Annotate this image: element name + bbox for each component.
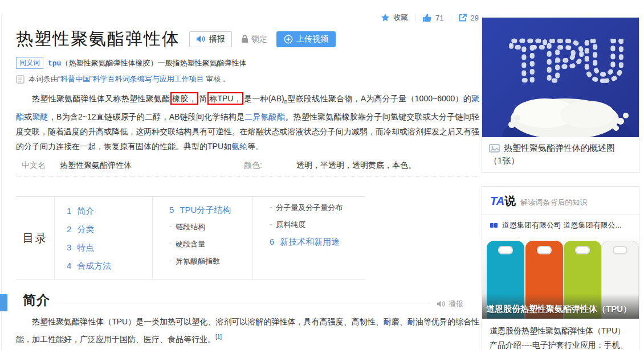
svg-text:TPU: TPU [511, 28, 625, 92]
synonym-tag: 同义词 [16, 57, 43, 69]
toc-sub-item[interactable]: -硬段含量 [169, 239, 252, 249]
like-button[interactable]: 71 [422, 13, 443, 22]
toc-column-3: -分子量及分子量分布-原料纯度 6 新技术和新用途 [252, 197, 365, 279]
upload-video-label: 上传视频 [296, 34, 328, 44]
lock-status: 锁定 [241, 34, 267, 44]
red-annotation-box: 橡胶， [170, 92, 198, 105]
lock-icon [241, 35, 248, 43]
inline-link[interactable]: 氨纶 [231, 142, 247, 151]
toc-sub-item[interactable]: -异氰酸酯指数 [169, 256, 252, 266]
body-text: 或 [24, 112, 32, 121]
body-text: 简 [199, 94, 207, 103]
section-play-button[interactable]: 播报 [437, 299, 463, 309]
tashuo-header: TA说 解读词条背后的知识 [482, 187, 639, 215]
body-text: 型嵌段线性聚合物，A为高分子量（1000~6000）的 [287, 94, 471, 103]
tashuo-article-desc[interactable]: 道恩股份热塑性聚氨酯弹性体（TPU）产品介绍----电子护套行业应用：手机、Pa… [482, 319, 639, 350]
like-count: 71 [435, 14, 443, 22]
document-icon [16, 75, 25, 84]
tashuo-card: TA说 解读词条背后的知识 道恩集团有限公司 道恩集团有限公... 道恩股份热塑… [482, 186, 639, 350]
toc-sub-item[interactable]: -原料纯度 [270, 220, 365, 230]
tashuo-subtitle: 解读词条背后的知识 [520, 197, 587, 208]
intro-paragraph: 热塑性聚氨酯弹性体又称热塑性聚氨酯橡胶，简称TPU，是一种(AB)n型嵌段线性聚… [16, 91, 479, 154]
star-icon [381, 13, 390, 22]
synonym-desc: （热塑性聚氨酯弹性体橡胶）一般指热塑性聚氨酯弹性体 [61, 59, 246, 67]
share-icon [458, 13, 467, 22]
toc-title: 目录 [16, 197, 55, 279]
body-text: 热塑性聚氨酯弹性体又称热塑性聚氨酯 [32, 94, 170, 103]
infobox-name-value: 热塑性聚氨酯弹性体 [60, 160, 132, 171]
article-actions-bar: 收藏 71 29 [16, 13, 479, 23]
review-suffix: 审核 。 [204, 75, 230, 83]
section-divider [59, 303, 430, 303]
toc-item-1[interactable]: 1简介 [67, 206, 153, 217]
toc-item-3[interactable]: 3特点 [67, 242, 153, 253]
tashuo-logo: TA说 [490, 193, 516, 209]
speaker-icon [437, 300, 446, 308]
baike-article-page: 收藏 71 29 热塑性聚氨酯弹性体 播报 锁定 上传视频 同义词 [0, 0, 644, 350]
toc-item-new-tech[interactable]: 6 新技术和新用途 [270, 237, 365, 248]
red-annotation-box: 称TPU， [207, 92, 243, 105]
picture-icon [489, 144, 500, 153]
inline-link[interactable]: 二异氰酸酯 [244, 112, 285, 121]
toc-item-tpu-structure[interactable]: 5 TPU分子结构 [169, 205, 252, 216]
thumbs-up-icon [422, 13, 432, 22]
infobox-name-label: 中文名 [22, 160, 46, 171]
reference-link[interactable]: [1] [215, 333, 222, 340]
share-button[interactable]: 29 [458, 13, 479, 22]
share-count: 29 [471, 14, 479, 22]
synonym-row: 同义词 tpu（热塑性聚氨酯弹性体橡胶）一般指热塑性聚氨酯弹性体 [16, 57, 246, 69]
overview-image-card[interactable]: TPU 热塑性聚氨酯弹性体的概述图 （1张） [482, 17, 639, 173]
plus-circle-icon [284, 35, 293, 44]
overview-image-count: （1张） [489, 154, 632, 167]
toc-item-2[interactable]: 2分类 [67, 224, 153, 235]
toc-column-2: 5 TPU分子结构 -链段结构-硬段含量-异氰酸酯指数 [152, 197, 252, 279]
body-text: 等。 [247, 142, 263, 151]
body-text: ，B为含2~12直链碳原子的二醇，AB链段间化学结构是 [48, 112, 244, 121]
review-row: 本词条由“科普中国”科学百科词条编写与应用工作项目 审核 。 [16, 74, 230, 84]
infobox-color-label: 颜色: [244, 160, 262, 171]
basic-info-box: 中文名 热塑性聚氨酯弹性体 颜色: 透明，半透明，透明黄底，本色。 [16, 157, 479, 176]
section-body: 热塑性聚氨酯弹性体（TPU）是一类加热可以塑化、溶剂可以溶解的弹性体，具有高强度… [16, 314, 479, 347]
tashuo-image-title: 道恩股份热塑性聚氨酯弹性体（TPU） [486, 304, 631, 315]
review-prefix: 本词条由 [28, 75, 58, 83]
tashuo-entry-link[interactable]: 道恩集团有限公司 道恩集团有限公... [482, 215, 639, 236]
toc-column-1: 1简介2分类3特点4合成方法 [55, 197, 153, 279]
toc-sub-item[interactable]: -链段结构 [169, 222, 252, 232]
review-project-link[interactable]: “科普中国”科学百科词条编写与应用工作项目 [58, 75, 204, 83]
toc-sub-item[interactable]: -分子量及分子量分布 [270, 203, 365, 213]
divider [415, 14, 415, 22]
tashuo-entry-text: 道恩集团有限公司 道恩集团有限公... [502, 220, 621, 230]
upload-video-button[interactable]: 上传视频 [276, 31, 336, 47]
speaker-icon [196, 35, 206, 43]
play-audio-button[interactable]: 播报 [189, 31, 232, 47]
tashuo-article-image[interactable]: 道恩股份热塑性聚氨酯弹性体（TPU） [482, 236, 639, 319]
inline-link[interactable]: 聚醚 [32, 112, 48, 121]
section-title: 简介 [23, 291, 50, 309]
toc-item-4[interactable]: 4合成方法 [67, 261, 153, 271]
tpu-pellets-illustration: TPU [482, 18, 639, 137]
lock-label: 锁定 [251, 34, 267, 44]
body-text: 是一种(AB) [244, 94, 284, 103]
toc-col3-subs: -分子量及分子量分布-原料纯度 [270, 203, 365, 230]
table-of-contents: 目录 1简介2分类3特点4合成方法 5 TPU分子结构 -链段结构-硬段含量-异… [16, 196, 365, 279]
company-logo-icon [490, 223, 498, 228]
infobox-color-value: 透明，半透明，透明黄底，本色。 [296, 160, 416, 171]
toc-col2-subs: -链段结构-硬段含量-异氰酸酯指数 [169, 222, 252, 266]
section-accent-bar [0, 294, 7, 311]
overview-image[interactable]: TPU [482, 18, 639, 137]
overview-caption[interactable]: 热塑性聚氨酯弹性体的概述图 （1张） [482, 137, 639, 172]
synonym-term-link[interactable]: tpu [48, 59, 61, 68]
overview-caption-text: 热塑性聚氨酯弹性体的概述图 [504, 142, 615, 154]
page-title: 热塑性聚氨酯弹性体 [16, 27, 180, 51]
play-audio-label: 播报 [209, 34, 225, 44]
favorite-label: 收藏 [393, 13, 408, 23]
divider [451, 14, 451, 22]
favorite-button[interactable]: 收藏 [381, 13, 408, 23]
section-play-label: 播报 [449, 299, 463, 309]
title-row: 热塑性聚氨酯弹性体 播报 锁定 上传视频 [16, 27, 336, 51]
sidebar: TPU 热塑性聚氨酯弹性体的概述图 （1张） [482, 17, 639, 350]
